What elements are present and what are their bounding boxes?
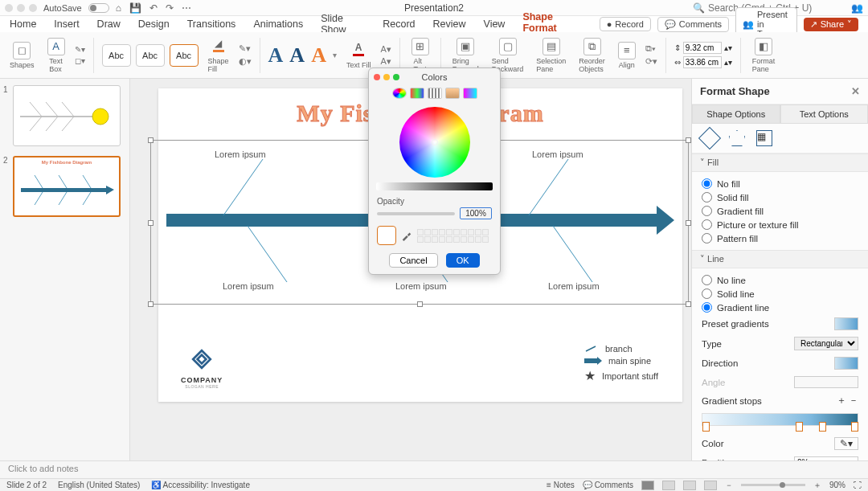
view-reading[interactable] — [683, 481, 696, 490]
comments-button[interactable]: 💬 Comments — [657, 17, 729, 32]
radio-gradfill[interactable] — [702, 206, 712, 216]
gradient-bar[interactable] — [702, 413, 858, 426]
opacity-slider[interactable] — [377, 212, 455, 215]
style-1[interactable]: Abc — [102, 44, 131, 67]
home-icon[interactable]: ⌂ — [116, 2, 121, 14]
view-sorter[interactable] — [662, 481, 675, 490]
zoom-out-icon[interactable]: － — [725, 480, 733, 491]
view-normal[interactable] — [641, 481, 654, 490]
share-button[interactable]: ↗ Share ˅ — [804, 18, 858, 31]
redo-icon[interactable]: ↷ — [166, 2, 174, 14]
quick-access[interactable]: ⌂ 💾 ↶ ↷ ⋯ — [116, 2, 191, 14]
cp-mode-tabs[interactable] — [369, 86, 500, 104]
tab-text-options[interactable]: Text Options — [780, 104, 869, 124]
height-input[interactable] — [683, 42, 722, 54]
notes-toggle[interactable]: ≡ Notes — [547, 481, 575, 489]
format-pane-button[interactable]: ◧Format Pane — [749, 38, 779, 73]
cp-window-controls[interactable] — [374, 74, 399, 80]
text-outline-effects[interactable]: A▾A▾ — [380, 44, 391, 67]
shapes-gallery[interactable]: ◻Shapes — [6, 42, 38, 69]
color-wheel[interactable] — [399, 107, 470, 178]
recent-colors-grid[interactable] — [417, 229, 489, 243]
radio-nofill[interactable] — [702, 178, 712, 189]
tab-record[interactable]: Record — [383, 18, 415, 30]
fp-category-icons[interactable]: ▦ — [692, 124, 868, 153]
radio-picfill[interactable] — [702, 219, 712, 230]
style-3[interactable]: Abc — [170, 44, 199, 67]
tab-review[interactable]: Review — [433, 18, 466, 30]
accessibility[interactable]: ♿ Accessibility: Investigate — [151, 481, 250, 489]
cp-sliders-tab[interactable] — [410, 88, 424, 99]
zoom-value[interactable]: 90% — [829, 481, 845, 489]
outline-effects[interactable]: ✎▾◐▾ — [239, 43, 252, 67]
shape-styles[interactable]: Abc Abc Abc — [102, 44, 199, 67]
save-icon[interactable]: 💾 — [129, 2, 141, 14]
language[interactable]: English (United States) — [58, 481, 140, 489]
eyedropper-icon[interactable] — [401, 230, 412, 241]
tab-insert[interactable]: Insert — [54, 18, 79, 30]
window-controls[interactable] — [5, 4, 37, 12]
tab-home[interactable]: Home — [10, 18, 36, 30]
comments-toggle[interactable]: 💬 Comments — [583, 481, 633, 489]
align-button[interactable]: ≡Align — [615, 42, 639, 69]
preset-gradients-btn[interactable] — [834, 317, 858, 330]
tab-view[interactable]: View — [484, 18, 506, 30]
type-select[interactable]: Rectangular — [794, 337, 858, 350]
thumb-2[interactable]: 2 My Fishbone Diagram — [3, 156, 126, 217]
position-input[interactable] — [794, 456, 858, 460]
tab-transitions[interactable]: Transitions — [187, 18, 236, 30]
color-picker-btn[interactable]: ✎▾ — [834, 437, 858, 450]
notes-pane[interactable]: Click to add notes — [0, 460, 868, 478]
size-props-icon[interactable]: ▦ — [756, 130, 772, 146]
ok-button[interactable]: OK — [446, 253, 480, 268]
radio-solidfill[interactable] — [702, 192, 712, 203]
zoom-in-icon[interactable]: ＋ — [813, 480, 821, 491]
wa-1[interactable]: A — [268, 43, 284, 68]
cp-pencils-tab[interactable] — [463, 88, 477, 99]
tab-animations[interactable]: Animations — [253, 18, 303, 30]
close-icon[interactable]: ✕ — [851, 85, 860, 97]
effects-icon[interactable] — [729, 130, 745, 146]
tab-design[interactable]: Design — [138, 18, 170, 30]
cp-wheel-tab[interactable] — [392, 88, 407, 99]
add-stop-icon[interactable]: ＋ — [837, 395, 846, 405]
wa-3[interactable]: A — [311, 43, 326, 68]
slide-counter[interactable]: Slide 2 of 2 — [6, 481, 47, 489]
fill-line-icon[interactable] — [698, 127, 721, 149]
brightness-slider[interactable] — [376, 182, 493, 190]
thumb-1[interactable]: 1 — [3, 85, 126, 146]
radio-gradline[interactable] — [702, 302, 712, 313]
group-rotate[interactable]: ⧉▾⟳▾ — [645, 43, 657, 67]
current-color-swatch[interactable] — [377, 226, 396, 245]
fit-icon[interactable]: ⛶ — [854, 481, 862, 489]
radio-noline[interactable] — [702, 275, 712, 285]
radio-pattfill[interactable] — [702, 233, 712, 243]
zoom-slider[interactable] — [741, 484, 805, 486]
record-button[interactable]: ● Record — [600, 17, 651, 31]
style-2[interactable]: Abc — [136, 44, 165, 67]
fill-header[interactable]: ˅ Fill — [692, 153, 868, 172]
direction-btn[interactable] — [834, 357, 858, 370]
textbox-button[interactable]: AText Box — [44, 38, 68, 73]
more-icon[interactable]: ⋯ — [182, 2, 191, 14]
wa-2[interactable]: A — [289, 43, 305, 68]
tab-draw[interactable]: Draw — [97, 18, 121, 30]
cp-image-tab[interactable] — [445, 88, 460, 99]
radio-solidline[interactable] — [702, 288, 712, 299]
selection-pane[interactable]: ▤Selection Pane — [533, 38, 569, 73]
view-slideshow[interactable] — [704, 481, 717, 490]
cancel-button[interactable]: Cancel — [389, 253, 437, 268]
wordart-styles[interactable]: A A A ▾ — [268, 43, 337, 68]
text-fill-button[interactable]: AText Fill — [343, 42, 375, 69]
tab-shape-options[interactable]: Shape Options — [692, 104, 780, 124]
shape-fill-button[interactable]: ◢Shape Fill — [205, 38, 232, 73]
remove-stop-icon[interactable]: － — [849, 395, 858, 405]
autosave-toggle[interactable] — [88, 3, 109, 13]
undo-icon[interactable]: ↶ — [149, 2, 158, 14]
cp-palettes-tab[interactable] — [428, 88, 442, 99]
line-header[interactable]: ˅ Line — [692, 250, 868, 268]
reorder-objects[interactable]: ⧉Reorder Objects — [575, 38, 608, 73]
edit-shape-group[interactable]: ✎▾◻▾ — [75, 45, 85, 65]
width-input[interactable] — [683, 56, 722, 68]
opacity-input[interactable]: 100% — [460, 207, 492, 219]
